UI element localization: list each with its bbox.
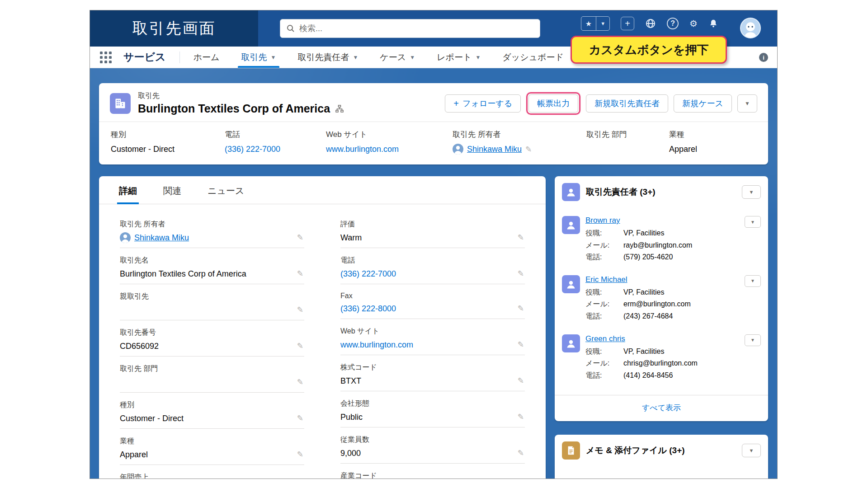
fax-link[interactable]: (336) 222-8000 [340, 304, 396, 314]
contact-name-link[interactable]: Eric Michael [585, 275, 627, 284]
favorites-control[interactable]: ★ ▼ [581, 16, 610, 31]
info-icon[interactable]: i [759, 53, 768, 62]
nav-tab-accounts[interactable]: 取引先 ▼ [241, 47, 277, 68]
card-actions-dropdown[interactable]: ▼ [742, 444, 761, 457]
contact-phone-link[interactable]: (243) 267-4684 [623, 311, 673, 321]
record-action-buttons: + フォローする 帳票出力 新規取引先責任者 新規ケース [445, 92, 757, 115]
field-label: 取引先 部門 [120, 364, 292, 374]
search-input[interactable] [299, 24, 533, 33]
field-sic-code: 産業コード 546732 ✎ [340, 469, 525, 479]
chevron-down-icon: ▼ [750, 338, 755, 343]
contacts-card-header: 取引先責任者 (3+) ▼ [555, 176, 768, 207]
contact-phone-link[interactable]: (414) 264-8456 [623, 371, 673, 380]
phone-link[interactable]: (336) 222-7000 [225, 145, 280, 154]
row-actions-dropdown[interactable]: ▼ [745, 216, 761, 228]
edit-pencil-icon[interactable]: ✎ [297, 305, 303, 314]
notifications-bell-icon[interactable] [708, 19, 718, 28]
highlight-field: 業種 Apparel [669, 129, 756, 155]
nav-tab-home[interactable]: ホーム [193, 47, 221, 68]
screen-title: 取引先画面 [132, 18, 216, 39]
chevron-down-icon: ▼ [750, 220, 755, 225]
edit-pencil-icon[interactable]: ✎ [297, 450, 303, 459]
owner-link[interactable]: Shinkawa Miku [134, 233, 189, 243]
website-link[interactable]: www.burlington.com [326, 145, 399, 154]
edit-pencil-icon[interactable]: ✎ [297, 413, 303, 423]
phone-link[interactable]: (336) 222-7000 [340, 269, 396, 279]
contact-email-link[interactable]: rayb@burlington.com [623, 240, 692, 250]
chevron-down-icon[interactable]: ▼ [410, 54, 415, 61]
edit-pencil-icon[interactable]: ✎ [297, 269, 303, 278]
field-ticker: 株式コード BTXT ✎ [340, 361, 525, 391]
highlight-value: Customer - Direct [111, 144, 225, 155]
contact-email-label: メール: [585, 358, 623, 368]
field-label: Fax [340, 292, 513, 300]
field-value: Warm [340, 232, 513, 243]
card-actions-dropdown[interactable]: ▼ [742, 185, 761, 199]
chevron-down-icon[interactable]: ▼ [353, 54, 358, 61]
follow-button[interactable]: + フォローする [445, 94, 521, 113]
tab-news[interactable]: ニュース [208, 185, 244, 204]
row-actions-dropdown[interactable]: ▼ [745, 334, 761, 346]
detail-fields-right: 評価 Warm ✎ 電話 (336) 222-7000 ✎ Fax (336) … [340, 218, 525, 479]
nav-tab-dashboards[interactable]: ダッシュボード [501, 47, 565, 68]
edit-pencil-icon[interactable]: ✎ [518, 304, 524, 313]
contact-email-link[interactable]: chrisg@burlington.com [623, 358, 698, 368]
contact-phone-link[interactable]: (579) 205-4620 [623, 252, 673, 262]
global-add-icon[interactable]: + [621, 17, 634, 30]
more-actions-button[interactable]: ▼ [737, 94, 757, 113]
chevron-down-icon: ▼ [750, 278, 755, 283]
favorites-dropdown-icon[interactable]: ▼ [596, 17, 609, 30]
contact-name-link[interactable]: Brown ray [585, 216, 620, 225]
highlight-value [586, 144, 669, 155]
edit-pencil-icon[interactable]: ✎ [518, 412, 524, 422]
contact-list-item: Eric Michael 役職:VP, Facilities メール:erm@b… [562, 271, 761, 330]
view-all-link[interactable]: すべて表示 [642, 404, 681, 412]
contact-name-link[interactable]: Green chris [585, 334, 625, 343]
field-account-owner: 取引先 所有者 Shinkawa Miku ✎ [120, 218, 304, 248]
edit-pencil-icon[interactable]: ✎ [518, 376, 524, 385]
tab-details[interactable]: 詳細 [119, 185, 137, 204]
edit-pencil-icon[interactable]: ✎ [297, 341, 303, 351]
setup-gear-icon[interactable]: ⚙ [689, 18, 698, 29]
highlight-field: Web サイト www.burlington.com [326, 129, 453, 155]
contacts-card-title: 取引先責任者 [586, 187, 637, 197]
chevron-down-icon[interactable]: ▼ [271, 54, 276, 61]
user-avatar[interactable] [740, 18, 761, 38]
hierarchy-icon[interactable] [335, 105, 344, 113]
report-output-button[interactable]: 帳票出力 [528, 94, 578, 113]
website-link[interactable]: www.burlington.com [340, 340, 413, 350]
nav-tab-contacts[interactable]: 取引先責任者 ▼ [297, 47, 359, 68]
field-type: 種別 Customer - Direct ✎ [120, 399, 304, 429]
app-launcher-icon[interactable] [100, 52, 112, 63]
annotation-callout: カスタムボタンを押下 [571, 36, 727, 64]
entity-label: 取引先 [138, 91, 344, 101]
edit-pencil-icon[interactable]: ✎ [297, 233, 303, 242]
contact-role-label: 役職: [585, 228, 623, 238]
contact-email-link[interactable]: erm@burlington.com [623, 299, 691, 309]
new-contact-button[interactable]: 新規取引先責任者 [586, 94, 668, 113]
highlight-field: 取引先 部門 [586, 129, 669, 155]
custom-button-highlight: 帳票出力 [526, 92, 580, 115]
tab-related[interactable]: 関連 [163, 185, 181, 204]
nav-tab-cases[interactable]: ケース ▼ [379, 47, 416, 68]
help-icon[interactable]: ? [667, 18, 679, 29]
edit-pencil-icon[interactable]: ✎ [518, 340, 524, 349]
edit-pencil-icon[interactable]: ✎ [518, 269, 524, 278]
global-search[interactable] [280, 19, 540, 38]
favorites-star-icon[interactable]: ★ [581, 17, 596, 30]
globe-icon[interactable] [645, 18, 656, 29]
edit-pencil-icon[interactable]: ✎ [518, 233, 524, 242]
new-case-button[interactable]: 新規ケース [674, 94, 732, 113]
highlight-label: 取引先 所有者 [453, 129, 586, 140]
contact-email-label: メール: [585, 299, 623, 309]
nav-tab-reports[interactable]: レポート ▼ [436, 47, 481, 68]
edit-pencil-icon[interactable]: ✎ [525, 145, 532, 154]
field-industry: 業種 Apparel ✎ [120, 435, 304, 465]
contact-role-value: VP, Facilities [623, 287, 664, 297]
edit-pencil-icon[interactable]: ✎ [518, 448, 524, 458]
edit-pencil-icon[interactable]: ✎ [297, 377, 303, 387]
owner-link[interactable]: Shinkawa Miku [467, 145, 522, 154]
row-actions-dropdown[interactable]: ▼ [745, 275, 761, 287]
chevron-down-icon[interactable]: ▼ [475, 54, 481, 61]
screen-title-box: 取引先画面 [90, 10, 258, 47]
